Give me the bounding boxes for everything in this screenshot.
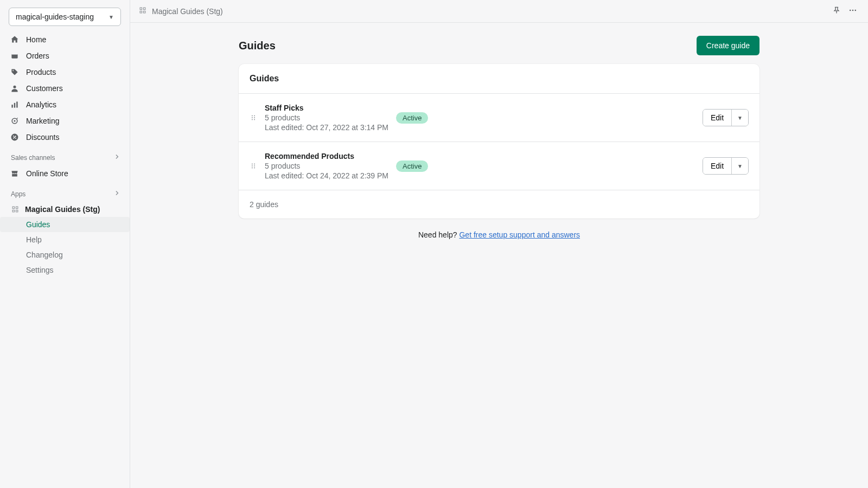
drag-handle-icon[interactable]: [250, 162, 257, 170]
sales-channels-list: Online Store: [0, 165, 130, 182]
svg-rect-18: [140, 11, 142, 13]
svg-point-21: [852, 10, 854, 11]
svg-point-28: [254, 119, 255, 120]
app-subitem-guides[interactable]: Guides: [0, 217, 130, 232]
primary-nav: Home Orders Products Customers Analytics…: [0, 31, 130, 145]
nav-orders[interactable]: Orders: [4, 48, 125, 64]
nav-discounts-label: Discounts: [26, 133, 59, 142]
guide-title: Recommended Products: [265, 152, 388, 160]
svg-point-27: [252, 119, 253, 120]
chevron-right-icon[interactable]: [113, 189, 121, 198]
card-header: Guides: [239, 64, 760, 94]
apps-label: Apps: [11, 190, 25, 198]
edit-dropdown-button[interactable]: ▼: [731, 158, 748, 174]
svg-point-34: [254, 168, 255, 169]
svg-rect-13: [16, 207, 18, 209]
nav-marketing[interactable]: Marketing: [4, 113, 125, 129]
nav-online-store-label: Online Store: [26, 169, 68, 178]
nav-home-label: Home: [26, 35, 46, 44]
help-row: Need help? Get free setup support and an…: [239, 219, 760, 251]
products-icon: [10, 67, 20, 77]
svg-point-2: [12, 70, 14, 71]
svg-rect-19: [143, 11, 145, 13]
content: Guides Create guide Guides Staff Picks 5…: [239, 23, 760, 264]
app-icon: [11, 205, 20, 214]
guide-info: Staff Picks 5 products Last edited: Oct …: [265, 104, 388, 132]
app-subitem-help[interactable]: Help: [0, 232, 130, 247]
edit-dropdown-button[interactable]: ▼: [731, 110, 748, 126]
svg-point-32: [254, 165, 255, 166]
svg-point-23: [252, 115, 253, 117]
guide-subtitle: 5 products: [265, 113, 388, 122]
chevron-right-icon[interactable]: [113, 153, 121, 162]
nav-analytics-label: Analytics: [26, 100, 56, 109]
svg-rect-16: [140, 8, 142, 10]
guide-meta: Last edited: Oct 24, 2022 at 2:39 PM: [265, 171, 388, 180]
drag-handle-icon[interactable]: [250, 114, 257, 121]
svg-rect-15: [16, 210, 18, 212]
edit-button[interactable]: Edit: [703, 110, 731, 126]
store-switcher[interactable]: magical-guides-staging ▼: [9, 8, 121, 26]
card-footer: 2 guides: [239, 190, 760, 219]
nav-customers-label: Customers: [26, 84, 63, 93]
store-switcher-label: magical-guides-staging: [16, 12, 94, 21]
breadcrumb-label: Magical Guides (Stg): [152, 7, 223, 16]
svg-point-22: [855, 10, 857, 11]
svg-rect-4: [11, 105, 12, 108]
guides-card: Guides Staff Picks 5 products Last edite…: [239, 64, 760, 219]
svg-point-8: [14, 120, 15, 121]
nav-products[interactable]: Products: [4, 64, 125, 80]
discounts-icon: [10, 132, 20, 142]
svg-rect-14: [12, 210, 15, 212]
svg-point-33: [252, 168, 253, 169]
main: Magical Guides (Stg) Guides Create guide…: [130, 0, 868, 488]
nav-home[interactable]: Home: [4, 31, 125, 48]
nav-analytics[interactable]: Analytics: [4, 97, 125, 113]
app-subitem-settings[interactable]: Settings: [0, 262, 130, 278]
status-badge: Active: [396, 160, 428, 172]
status-col: Active: [396, 160, 456, 172]
guide-meta: Last edited: Oct 27, 2022 at 3:14 PM: [265, 123, 388, 132]
app-parent-label: Magical Guides (Stg): [25, 205, 100, 214]
topbar: Magical Guides (Stg): [130, 0, 868, 23]
status-col: Active: [396, 112, 456, 124]
guide-row: Staff Picks 5 products Last edited: Oct …: [239, 94, 760, 142]
svg-rect-5: [14, 103, 15, 108]
svg-point-10: [13, 136, 14, 137]
nav-customers[interactable]: Customers: [4, 80, 125, 97]
app-subitem-changelog[interactable]: Changelog: [0, 247, 130, 262]
svg-point-30: [254, 164, 255, 165]
svg-rect-12: [12, 207, 15, 209]
caret-down-icon: ▼: [108, 14, 114, 20]
nav-discounts[interactable]: Discounts: [4, 129, 125, 145]
customers-icon: [10, 84, 20, 93]
create-guide-button[interactable]: Create guide: [697, 36, 760, 55]
analytics-icon: [10, 100, 20, 110]
help-link[interactable]: Get free setup support and answers: [459, 230, 580, 239]
page-title: Guides: [239, 40, 276, 52]
sidebar: magical-guides-staging ▼ Home Orders Pro…: [0, 0, 130, 488]
topbar-actions: [832, 6, 857, 16]
edit-button-group: Edit ▼: [703, 109, 749, 126]
guide-subtitle: 5 products: [265, 162, 388, 170]
more-icon[interactable]: [848, 6, 857, 16]
page-header: Guides Create guide: [239, 36, 760, 64]
svg-point-26: [254, 117, 255, 118]
svg-point-31: [252, 165, 253, 166]
store-icon: [10, 169, 20, 178]
svg-point-3: [13, 86, 16, 88]
apps-header: Apps: [0, 182, 130, 202]
guide-title: Staff Picks: [265, 104, 388, 112]
orders-icon: [10, 51, 20, 61]
edit-button[interactable]: Edit: [703, 158, 731, 174]
svg-point-20: [850, 10, 851, 11]
app-subnav: Guides Help Changelog Settings: [0, 217, 130, 278]
nav-online-store[interactable]: Online Store: [4, 165, 125, 182]
pin-icon[interactable]: [832, 6, 841, 16]
status-badge: Active: [396, 112, 428, 124]
app-magical-guides[interactable]: Magical Guides (Stg): [0, 202, 130, 217]
svg-rect-1: [11, 53, 17, 54]
sales-channels-header: Sales channels: [0, 145, 130, 165]
home-icon: [10, 35, 20, 44]
svg-point-11: [15, 138, 16, 139]
